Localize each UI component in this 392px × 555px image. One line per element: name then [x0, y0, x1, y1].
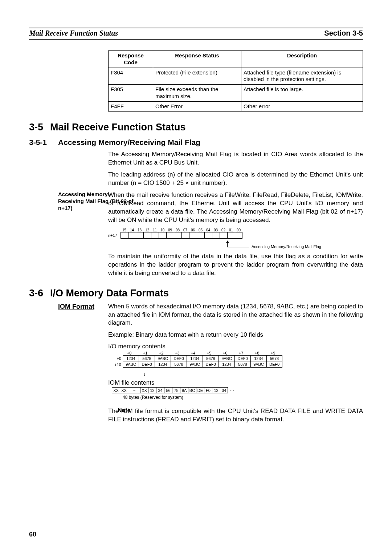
sidehead-iom-format: IOM Format: [58, 303, 134, 311]
note-body: The IOM file format is compatible with t…: [108, 407, 363, 424]
memory-row: +10 9ABCDEF0123456789ABCDEF0123456789ABC…: [108, 361, 363, 368]
header-right: Section 3-5: [324, 29, 363, 37]
sidehead-accessing-memory: Accessing Memory/ Receiving Mail Flag (B…: [58, 191, 134, 211]
paragraph: The Accessing Memory/Receiving Mail Flag…: [108, 150, 363, 167]
iom-file-title: IOM file contents: [108, 379, 363, 386]
table-row: F4FF Other Error Other error: [109, 101, 363, 112]
response-code-table: Response Code Response Status Descriptio…: [108, 50, 363, 112]
reserved-note: 48 bytes (Reserved for system): [123, 395, 363, 400]
header-left: Mail Receive Function Status: [29, 29, 118, 37]
paragraph: To maintain the uniformity of the data i…: [108, 252, 363, 278]
page-number: 60: [29, 531, 36, 538]
down-arrow-icon: ↓: [143, 371, 363, 377]
bit-callout: Accessing Memory/Receiving Mail Flag: [252, 244, 321, 249]
th-response-code: Response Code: [109, 51, 153, 68]
io-memory-title: I/O memory contents: [108, 343, 363, 350]
paragraph: Example: Binary data format with a retur…: [108, 331, 363, 339]
paragraph: When 5 words of hexadecimal I/O memory d…: [108, 303, 363, 328]
iom-file-row: XXXX∼XX123456789ABCDEF01234 ···: [112, 387, 363, 393]
section-3-5-1-heading: 3-5-1Accessing Memory/Receiving Mail Fla…: [29, 138, 363, 147]
section-3-5-heading: 3-5Mail Receive Function Status: [29, 122, 363, 133]
table-row: F305 File size exceeds than the maximum …: [109, 85, 363, 102]
page-header: Mail Receive Function Status Section 3-5: [29, 29, 363, 40]
table-row: F304 Protected (File extension) Attached…: [109, 68, 363, 85]
th-description: Description: [241, 51, 363, 68]
paragraph: The leading address (n) of the allocated…: [108, 171, 363, 187]
th-response-status: Response Status: [153, 51, 241, 68]
paragraph: When the mail receive function receives …: [108, 191, 363, 224]
note-label: Note: [118, 407, 131, 414]
memory-row: +0 123456789ABCDEF0123456789ABCDEF012345…: [108, 355, 363, 361]
bit-diagram: 15141312111009080706050403020100 n+17 --…: [108, 228, 363, 247]
section-3-6-heading: 3-6I/O Memory Data Formats: [29, 288, 363, 299]
